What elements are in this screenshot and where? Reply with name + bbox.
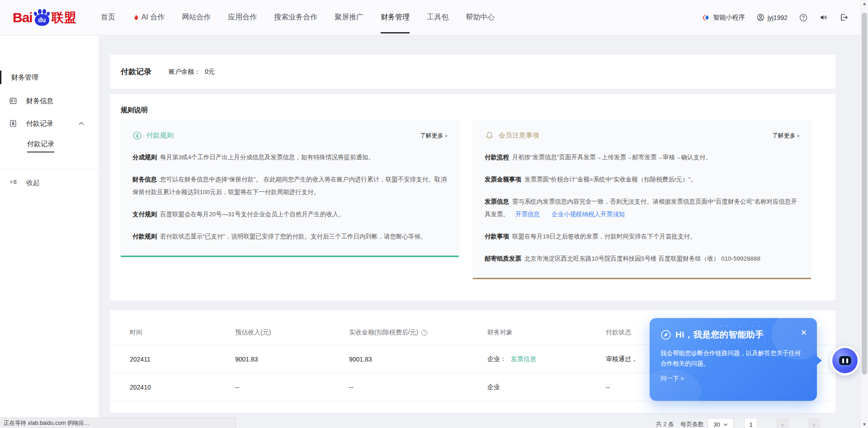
page-size-label: 每页条数	[680, 420, 704, 428]
sidebar-group-label: 财务管理	[11, 73, 38, 82]
nav-label: 应用合作	[228, 13, 257, 22]
small-taxpayer-notice-link[interactable]: 企业小规模纳税人开票须知	[552, 211, 625, 218]
learn-more-link[interactable]: 了解更多 ›	[772, 132, 799, 140]
baidu-paw-icon: du	[33, 9, 51, 27]
sidebar-divider	[0, 169, 99, 169]
logout-button[interactable]	[840, 13, 848, 22]
rule-text: 月初按“发票信息”页面开具发票→上传发票→邮寄发票→审核→确认支付。	[512, 154, 712, 161]
nav-label: AI 合作	[142, 13, 165, 22]
screen: Bai du 联盟 首页 AI 合作 网站合作 应用合作 搜索	[0, 0, 868, 428]
help-icon	[799, 14, 807, 22]
rules-panel: 规则说明 付款规则 了解更多 › 分成规则每月第3或4个工作日产出上月分成信息及…	[110, 94, 835, 300]
nav-label: 首页	[101, 13, 115, 22]
sidebar-item-payment-records[interactable]: 付款记录	[0, 115, 99, 132]
scrollbar-thumb[interactable]	[862, 13, 867, 375]
username: jyj1992	[768, 14, 788, 21]
nav-item-screen-promo[interactable]: 聚屏推广	[326, 0, 372, 35]
next-page-button[interactable]: ›	[808, 418, 821, 428]
page-title: 付款记录	[121, 67, 151, 77]
invoice-info-table-link[interactable]: 发票信息	[511, 355, 536, 363]
rule-paragraph: 发票金额事项发票票面“价税合计”金额=系统中“实收金额（扣除税费后/元）”。	[485, 173, 799, 186]
chevron-up-icon[interactable]	[79, 122, 84, 125]
assistant-header: Hi，我是您的智能助手 ✕	[660, 329, 806, 341]
ask-now-link[interactable]: 问一下 >	[660, 375, 806, 383]
browser-status-bar: 正在等待 xlab.baidu.com 的响应...	[0, 418, 236, 428]
mini-program-entry[interactable]: 智能小程序	[702, 14, 745, 22]
compass-icon	[660, 329, 671, 340]
rule-paragraph: 支付规则百度联盟会在每月20号—31号支付企业会员上个自然月产生的收入。	[132, 208, 447, 221]
sidebar-item-finance-info[interactable]: 财务信息	[0, 93, 99, 109]
card-title: 付款规则	[146, 131, 174, 140]
id-card-icon	[9, 97, 17, 105]
sidebar-group-finance[interactable]: 财务管理	[0, 69, 99, 86]
sidebar-collapse-button[interactable]: 收起	[0, 175, 99, 191]
page-header-panel: 付款记录 账户余额： 0元	[110, 55, 835, 89]
collapse-label: 收起	[26, 179, 40, 187]
nav-item-finance[interactable]: 财务管理	[372, 0, 418, 35]
assistant-fab-button[interactable]	[830, 346, 860, 376]
col-header-time: 时间	[130, 328, 235, 337]
entity-label: 企业：	[487, 355, 506, 363]
status-text: 正在等待 xlab.baidu.com 的响应...	[4, 419, 89, 427]
sidebar-subitem-payment-records[interactable]: 付款记录	[0, 138, 99, 154]
learn-more-label: 了解更多	[420, 132, 443, 140]
logo-text-du: du	[38, 16, 46, 24]
logo-text-bai: Bai	[13, 10, 33, 25]
rule-label: 发票信息	[485, 198, 509, 205]
cell-estimated: --	[235, 384, 349, 391]
rule-text: 百度联盟会在每月20号—31号支付企业会员上个自然月产生的收入。	[160, 211, 344, 218]
cell-estimated: 9001.83	[235, 356, 349, 363]
rule-cards: 付款规则 了解更多 › 分成规则每月第3或4个工作日产出上月分成信息及发票信息，…	[121, 120, 811, 279]
collapse-icon	[9, 178, 17, 188]
page-size-value: 30	[713, 421, 720, 428]
rule-label: 邮寄纸质发票	[485, 255, 521, 262]
assistant-message: 我会帮助您诊断合作链路问题，以及解答您关于任何合作相关的问题。	[660, 348, 806, 369]
cell-time: 202411	[130, 356, 235, 363]
invoice-info-link[interactable]: 开票信息	[515, 211, 540, 218]
nav-item-home[interactable]: 首页	[92, 0, 124, 35]
nav-item-help-center[interactable]: 帮助中心	[457, 0, 503, 35]
card-header: 会员注意事项 了解更多 ›	[485, 131, 799, 140]
nav-item-search-biz[interactable]: 搜索业务合作	[265, 0, 326, 35]
bell-icon	[485, 131, 494, 140]
learn-more-link[interactable]: 了解更多 ›	[420, 132, 447, 140]
flame-icon	[132, 14, 139, 21]
nav-item-ai[interactable]: AI 合作	[124, 0, 174, 35]
nav-label: 网站合作	[182, 13, 211, 22]
help-button[interactable]	[799, 14, 807, 22]
nav-item-app[interactable]: 应用合作	[219, 0, 265, 35]
rule-text: 若付款状态显示“已支付”，说明联盟已安排了您的付款。支付后三个工作日内到帐，请您…	[160, 233, 427, 240]
scrollbar: ▲ ▼	[860, 0, 868, 428]
rule-text: 联盟在每月19日之后签收的发票，付款时间安排在下个月首批支付。	[512, 233, 696, 240]
col-header-label: 实收金额(扣除税费后/元)	[349, 328, 418, 337]
sidebar-subitem-label: 付款记录	[27, 140, 54, 152]
rule-label: 付款事项	[485, 233, 509, 240]
scroll-down-arrow[interactable]: ▼	[861, 421, 868, 428]
member-notes-card: 会员注意事项 了解更多 › 付款流程月初按“发票信息”页面开具发票→上传发票→邮…	[473, 120, 811, 279]
nav-item-toolkit[interactable]: 工具包	[418, 0, 457, 35]
balance-value: 0元	[205, 68, 215, 76]
col-header-estimated: 预估收入(元)	[235, 328, 349, 337]
cell-entity: 企业	[487, 383, 606, 391]
rule-label: 付款规则	[132, 233, 157, 240]
user-account[interactable]: jyj1992	[757, 14, 788, 21]
main-nav: 首页 AI 合作 网站合作 应用合作 搜索业务合作 聚屏推广 财务管理 工	[92, 0, 504, 35]
page-number-1[interactable]: 1	[745, 418, 757, 428]
total-count: 共 2 条	[656, 420, 674, 428]
page-size-select[interactable]: 30	[708, 418, 734, 428]
help-circle-icon[interactable]: ?	[421, 329, 428, 336]
close-icon[interactable]: ✕	[801, 329, 807, 337]
nav-item-website[interactable]: 网站合作	[173, 0, 219, 35]
robot-avatar-icon	[832, 348, 858, 373]
rule-label: 分成规则	[132, 154, 157, 161]
cell-entity: 企业： 发票信息	[487, 355, 606, 363]
rule-paragraph: 分成规则每月第3或4个工作日产出上月分成信息及发票信息，如有特殊情况将提前通知。	[132, 151, 447, 164]
baidu-union-logo[interactable]: Bai du 联盟	[13, 9, 77, 27]
scroll-up-arrow[interactable]: ▲	[861, 0, 868, 7]
prev-page-button[interactable]: ‹	[776, 418, 789, 428]
cell-received: 9001.83	[349, 356, 487, 363]
entity-label: 企业	[487, 383, 500, 391]
sound-button[interactable]	[819, 13, 828, 22]
rule-text: 发票票面“价税合计”金额=系统中“实收金额（扣除税费后/元）”。	[524, 176, 697, 183]
col-header-entity: 财务对象	[487, 328, 606, 337]
